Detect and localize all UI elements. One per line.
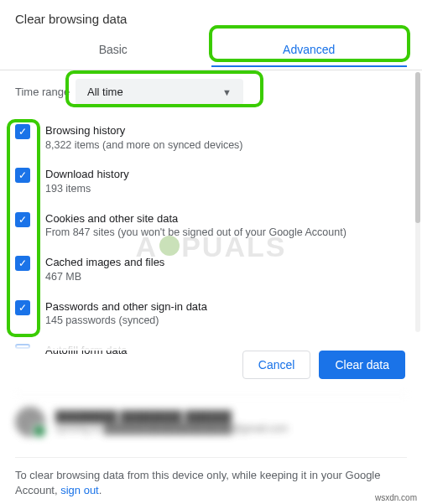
dialog-button-row: Cancel Clear data [242,351,405,379]
list-item: ✓ Download history 193 items [15,167,407,195]
checkbox-cookies[interactable]: ✓ [15,212,30,227]
list-item-text: Browsing history 8,322 items (and more o… [45,123,243,152]
item-subtitle: 193 items [45,182,129,196]
tab-basic[interactable]: Basic [15,34,211,66]
account-row: ████████ ████████ ██████ syncing to ████… [15,394,407,437]
tab-advanced[interactable]: Advanced [211,34,408,66]
scrollbar[interactable] [415,72,420,332]
list-item: ✓ Cookies and other site data From 847 s… [15,211,407,240]
item-title: Cookies and other site data [45,211,346,226]
list-fade [0,334,422,351]
time-range-select[interactable]: All time ▼ [76,79,243,105]
account-text: ████████ ████████ ██████ syncing to ████… [55,410,288,434]
list-item: ✓ Cached images and files 467 MB [15,255,407,283]
avatar [15,407,45,437]
cancel-button[interactable]: Cancel [242,351,311,379]
item-subtitle: 145 passwords (synced) [45,314,207,328]
checkbox-passwords[interactable]: ✓ [15,300,30,315]
list-item: ✓ Browsing history 8,322 items (and more… [15,123,407,152]
dialog-header: Clear browsing data Basic Advanced [0,0,422,70]
footer-text-b: . [99,484,102,496]
item-subtitle: 467 MB [45,270,164,284]
list-item-text: Cookies and other site data From 847 sit… [45,211,346,240]
list-item-text: Cached images and files 467 MB [45,255,164,283]
item-subtitle: 8,322 items (and more on synced devices) [45,138,243,153]
attribution: wsxdn.com [375,493,417,502]
time-range-value: All time [87,86,123,98]
footer-note: To clear browsing data from this device … [15,457,407,498]
data-type-list: ✓ Browsing history 8,322 items (and more… [15,123,407,358]
checkbox-browsing-history[interactable]: ✓ [15,124,30,139]
time-range-row: Time range All time ▼ [15,79,407,105]
item-title: Download history [45,167,129,182]
dialog-tabs: Basic Advanced [15,34,407,66]
dialog-title: Clear browsing data [15,12,407,26]
checkbox-download-history[interactable]: ✓ [15,168,30,183]
scrollbar-thumb[interactable] [415,72,420,223]
clear-data-button[interactable]: Clear data [319,351,405,379]
checkbox-cached-images[interactable]: ✓ [15,256,30,271]
chevron-down-icon: ▼ [222,87,232,97]
time-range-label: Time range [15,86,76,98]
item-title: Passwords and other sign-in data [45,299,207,314]
account-name: ████████ ████████ ██████ [55,410,288,423]
sign-out-link[interactable]: sign out [60,484,99,496]
item-title: Cached images and files [45,255,164,270]
item-title: Browsing history [45,123,243,138]
account-email: syncing to ██████████████████@gmail.com [55,423,288,434]
list-item: ✓ Passwords and other sign-in data 145 p… [15,299,407,328]
list-item-text: Download history 193 items [45,167,129,195]
dialog-body: Time range All time ▼ ✓ Browsing history… [0,67,422,358]
list-item-text: Passwords and other sign-in data 145 pas… [45,299,207,328]
item-subtitle: From 847 sites (you won't be signed out … [45,226,346,240]
